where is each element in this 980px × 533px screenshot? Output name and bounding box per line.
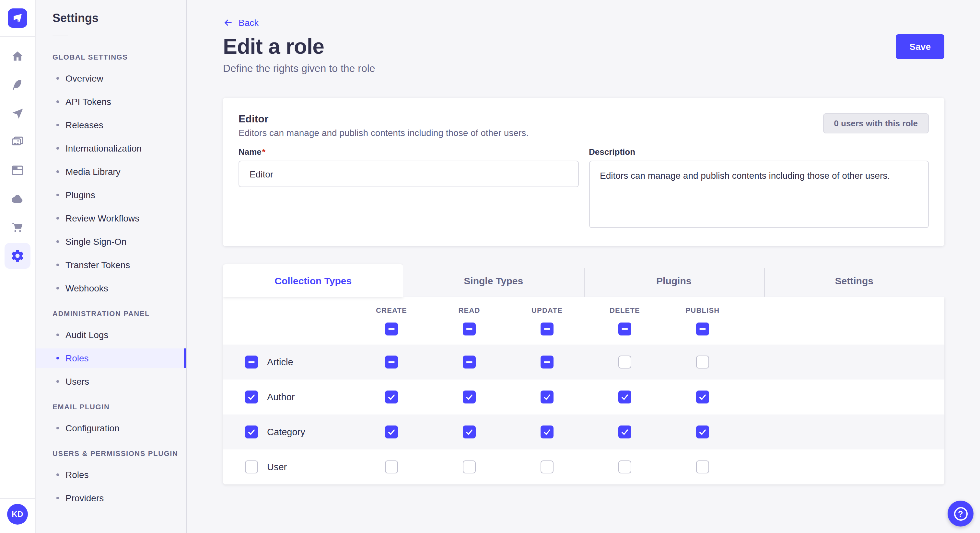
category-publish-checkbox[interactable] <box>696 425 709 438</box>
bullet-icon <box>56 77 59 80</box>
article-read-checkbox[interactable] <box>463 355 476 368</box>
app-root: KD Settings GLOBAL SETTINGSOverviewAPI T… <box>0 0 980 533</box>
sidebar-item-internationalization[interactable]: Internationalization <box>36 139 186 158</box>
strapi-logo[interactable] <box>8 8 27 28</box>
sidebar-item-review-workflows[interactable]: Review Workflows <box>36 209 186 228</box>
cart-icon <box>10 220 25 235</box>
indeterminate-dash-icon <box>248 362 255 363</box>
select-all-row <box>223 322 944 335</box>
sidebar-item-users[interactable]: Users <box>36 372 186 391</box>
rail-item-home[interactable] <box>5 43 30 69</box>
select-all-read-checkbox[interactable] <box>463 322 476 335</box>
rail-item-paper-plane[interactable] <box>5 100 30 126</box>
rail-item-gear[interactable] <box>5 243 30 269</box>
permissions-tabs: Collection TypesSingle TypesPluginsSetti… <box>223 264 944 297</box>
user-update-checkbox[interactable] <box>541 460 554 473</box>
author-read-checkbox[interactable] <box>463 390 476 403</box>
column-header-publish: PUBLISH <box>664 306 741 314</box>
sidebar-item-single-sign-on[interactable]: Single Sign-On <box>36 232 186 251</box>
back-link[interactable]: Back <box>223 17 259 28</box>
tab-collection-types[interactable]: Collection Types <box>223 264 404 297</box>
user-read-checkbox[interactable] <box>463 460 476 473</box>
category-create-checkbox[interactable] <box>385 425 398 438</box>
check-icon <box>387 392 396 401</box>
sidebar-item-roles[interactable]: Roles <box>36 465 186 484</box>
user-delete-checkbox[interactable] <box>618 460 631 473</box>
sidebar-item-transfer-tokens[interactable]: Transfer Tokens <box>36 255 186 274</box>
author-create-checkbox[interactable] <box>385 390 398 403</box>
sidebar-item-releases[interactable]: Releases <box>36 115 186 135</box>
sidebar-item-api-tokens[interactable]: API Tokens <box>36 92 186 111</box>
author-row-checkbox[interactable] <box>245 390 258 403</box>
article-create-checkbox[interactable] <box>385 355 398 368</box>
author-delete-checkbox[interactable] <box>618 390 631 403</box>
role-fields: Name* Description Editors can manage and… <box>239 147 929 230</box>
rail-item-media-library[interactable] <box>5 129 30 155</box>
name-input[interactable] <box>239 160 579 187</box>
tab-single-types[interactable]: Single Types <box>404 264 584 297</box>
tab-settings[interactable]: Settings <box>764 264 945 297</box>
sidebar-item-label: Providers <box>65 493 104 503</box>
sidebar-item-configuration[interactable]: Configuration <box>36 418 186 438</box>
help-button[interactable]: ? <box>948 501 974 527</box>
subnav-section-label: USERS & PERMISSIONS PLUGIN <box>36 449 186 457</box>
sidebar-item-label: Single Sign-On <box>65 236 126 247</box>
sidebar-item-audit-logs[interactable]: Audit Logs <box>36 325 186 344</box>
column-header-read: READ <box>430 306 508 314</box>
category-read-checkbox[interactable] <box>463 425 476 438</box>
table-row-user: User <box>223 449 944 484</box>
subnav-section-email-plugin: EMAIL PLUGINConfiguration <box>36 403 186 438</box>
tab-plugins[interactable]: Plugins <box>584 264 764 297</box>
check-icon <box>620 427 629 436</box>
bullet-icon <box>56 357 59 359</box>
description-textarea[interactable]: Editors can manage and publish contents … <box>589 160 929 228</box>
select-all-publish-checkbox[interactable] <box>696 322 709 335</box>
category-row-checkbox[interactable] <box>245 425 258 438</box>
user-row-checkbox[interactable] <box>245 460 258 473</box>
author-update-checkbox[interactable] <box>541 390 554 403</box>
column-header-create: CREATE <box>353 306 430 314</box>
sidebar-item-overview[interactable]: Overview <box>36 69 186 88</box>
tab-label: Collection Types <box>275 275 352 286</box>
bullet-icon <box>56 427 59 429</box>
sidebar-item-label: API Tokens <box>65 97 111 107</box>
role-card-top: Editor Editors can manage and publish co… <box>239 113 929 138</box>
row-label: Category <box>267 427 305 437</box>
rail-icons <box>0 37 35 271</box>
sidebar-item-roles[interactable]: Roles <box>36 348 186 368</box>
rail-item-layout[interactable] <box>5 157 30 183</box>
sidebar-item-media-library[interactable]: Media Library <box>36 162 186 181</box>
article-delete-checkbox[interactable] <box>618 355 631 368</box>
check-icon <box>247 427 256 436</box>
select-all-delete-checkbox[interactable] <box>618 322 631 335</box>
sidebar-item-label: Roles <box>65 470 89 480</box>
article-publish-checkbox[interactable] <box>696 355 709 368</box>
sidebar-item-webhooks[interactable]: Webhooks <box>36 279 186 298</box>
check-icon <box>698 427 707 436</box>
user-create-checkbox[interactable] <box>385 460 398 473</box>
category-delete-checkbox[interactable] <box>618 425 631 438</box>
save-button[interactable]: Save <box>896 34 944 59</box>
table-row-article: Article <box>223 344 944 379</box>
rail-item-cart[interactable] <box>5 214 30 240</box>
select-all-create-checkbox[interactable] <box>385 322 398 335</box>
main-nav-rail: KD <box>0 0 36 533</box>
permissions-rows: ArticleAuthorCategoryUser <box>223 344 944 484</box>
rail-item-feather[interactable] <box>5 72 30 98</box>
user-avatar[interactable]: KD <box>7 504 28 525</box>
column-headers-row: CREATEREADUPDATEDELETEPUBLISH <box>223 306 944 314</box>
user-publish-checkbox[interactable] <box>696 460 709 473</box>
author-publish-checkbox[interactable] <box>696 390 709 403</box>
article-update-checkbox[interactable] <box>541 355 554 368</box>
feather-icon <box>10 78 25 92</box>
bullet-icon <box>56 240 59 243</box>
bullet-icon <box>56 147 59 150</box>
role-card-heading: Editor Editors can manage and publish co… <box>239 113 528 138</box>
select-all-update-checkbox[interactable] <box>541 322 554 335</box>
sidebar-item-plugins[interactable]: Plugins <box>36 185 186 205</box>
page-subtitle: Define the rights given to the role <box>223 63 944 75</box>
article-row-checkbox[interactable] <box>245 355 258 368</box>
sidebar-item-providers[interactable]: Providers <box>36 488 186 508</box>
rail-item-cloud[interactable] <box>5 186 30 212</box>
category-update-checkbox[interactable] <box>541 425 554 438</box>
